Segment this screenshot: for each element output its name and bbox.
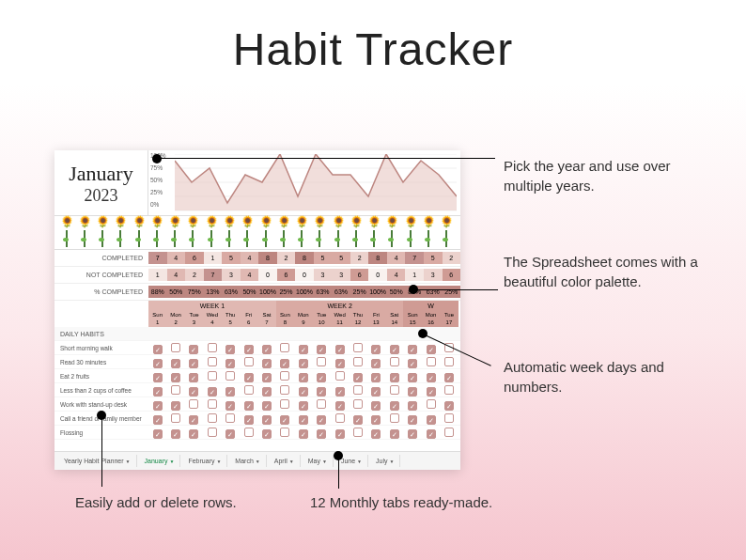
habit-checkbox[interactable]: ✓ [294, 424, 312, 441]
summary-cell[interactable]: 50% [387, 286, 406, 298]
sheet-tab[interactable]: January▼ [139, 455, 181, 467]
habit-checkbox[interactable] [440, 424, 458, 441]
summary-cell[interactable]: 8 [368, 252, 387, 264]
sheet-tab[interactable]: July▼ [370, 455, 400, 467]
sheet-tab[interactable]: February▼ [182, 455, 227, 467]
habit-checkbox[interactable]: ✓ [331, 424, 349, 441]
summary-cell[interactable]: 0 [368, 269, 387, 281]
summary-cell[interactable]: 100% [368, 286, 387, 298]
summary-cell[interactable]: 25% [350, 286, 369, 298]
summary-cell[interactable]: 7 [148, 252, 167, 264]
summary-cell[interactable]: 1 [204, 252, 223, 264]
summary-label: COMPLETED [54, 255, 148, 261]
summary-cell[interactable]: 3 [222, 269, 241, 281]
summary-cell[interactable]: 1 [148, 269, 167, 281]
habit-checkbox[interactable]: ✓ [422, 424, 440, 441]
summary-cell[interactable]: 50% [167, 286, 186, 298]
summary-label: NOT COMPLETED [54, 272, 148, 278]
summary-cell[interactable]: 1 [405, 269, 424, 281]
summary-cell[interactable]: 2 [443, 252, 461, 264]
summary-cell[interactable]: 4 [241, 269, 259, 281]
summary-cell[interactable]: 7 [405, 252, 424, 264]
summary-cell[interactable]: 6 [185, 252, 204, 264]
summary-cell[interactable]: 5 [424, 252, 443, 264]
habit-checkbox[interactable]: ✓ [257, 424, 275, 441]
flower-icon [423, 219, 436, 247]
summary-cell[interactable]: 3 [424, 269, 443, 281]
day-number: 10 [313, 319, 331, 326]
summary-cell[interactable]: 6 [277, 269, 296, 281]
day-name: Wed [331, 311, 349, 319]
day-number: 13 [367, 319, 385, 326]
summary-cell[interactable]: 25% [277, 286, 296, 298]
habit-name[interactable]: Eat 2 fruits [54, 373, 148, 380]
summary-cell[interactable]: 0 [295, 269, 314, 281]
day-number: 3 [185, 319, 203, 326]
summary-cell[interactable]: 63% [332, 286, 350, 298]
habit-checkbox[interactable]: ✓ [166, 424, 184, 441]
summary-cell[interactable]: 2 [277, 252, 296, 264]
habit-name[interactable]: Less than 2 cups of coffee [54, 387, 148, 394]
day-name: Sun [276, 311, 294, 319]
sheet-tab[interactable]: May▼ [303, 455, 334, 467]
habit-name[interactable]: Work with stand-up desk [54, 401, 148, 408]
summary-cell[interactable]: 63% [424, 286, 443, 298]
summary-cell[interactable]: 4 [167, 269, 186, 281]
chevron-down-icon: ▼ [289, 459, 294, 464]
summary-cell[interactable]: 6 [443, 269, 461, 281]
summary-cell[interactable]: 75% [185, 286, 204, 298]
habit-checkbox[interactable]: ✓ [222, 424, 240, 441]
flower-icon [61, 219, 74, 247]
habit-row: Flossing✓✓✓✓✓✓✓✓✓✓✓✓ [54, 426, 460, 440]
summary-cell[interactable]: 63% [314, 286, 333, 298]
summary-cell[interactable]: 100% [258, 286, 277, 298]
summary-cell[interactable]: 8 [295, 252, 314, 264]
summary-cell[interactable]: 8 [258, 252, 277, 264]
summary-cell[interactable]: 4 [387, 269, 406, 281]
summary-cell[interactable]: 63% [222, 286, 241, 298]
habit-checkbox[interactable]: ✓ [403, 424, 421, 441]
summary-cell[interactable]: 100% [295, 286, 314, 298]
day-name: Tue [313, 311, 331, 319]
summary-cell[interactable]: 2 [185, 269, 204, 281]
summary-cell[interactable]: 3 [332, 269, 350, 281]
habit-checkbox[interactable]: ✓ [385, 424, 403, 441]
flower-icon [206, 219, 219, 247]
habit-checkbox[interactable]: ✓ [367, 424, 385, 441]
day-number: 16 [422, 319, 440, 326]
habit-checkbox[interactable] [240, 424, 257, 441]
summary-cell[interactable]: 6 [350, 269, 369, 281]
summary-cell[interactable]: 3 [314, 269, 333, 281]
summary-cell[interactable]: 5 [332, 252, 350, 264]
flower-icon [79, 219, 92, 247]
summary-cell[interactable]: 88% [148, 286, 167, 298]
summary-cell[interactable]: 4 [241, 252, 259, 264]
habit-checkbox[interactable] [349, 424, 366, 441]
habit-checkbox[interactable]: ✓ [185, 424, 203, 441]
spreadsheet: January 2023 100% 75% 50% 25% 0% COMPLET… [54, 150, 460, 470]
summary-cell[interactable]: 5 [222, 252, 241, 264]
summary-cell[interactable]: 2 [350, 252, 369, 264]
summary-cell[interactable]: 7 [204, 269, 223, 281]
summary-cell[interactable]: 25% [443, 286, 461, 298]
month-year-cell[interactable]: January 2023 [54, 150, 148, 215]
sheet-tab[interactable]: April▼ [269, 455, 301, 467]
summary-cell[interactable]: 0 [258, 269, 277, 281]
habit-name[interactable]: Short morning walk [54, 345, 148, 351]
callout-rows: Easily add or delete rows. [75, 492, 244, 512]
day-number: 5 [222, 319, 240, 326]
habit-name[interactable]: Read 30 minutes [54, 359, 148, 366]
habit-checkbox[interactable] [276, 424, 294, 441]
habit-checkbox[interactable] [203, 424, 221, 441]
chevron-down-icon: ▼ [390, 459, 395, 464]
summary-cell[interactable]: 4 [387, 252, 406, 264]
habit-checkbox[interactable]: ✓ [148, 424, 166, 441]
habit-checkbox[interactable]: ✓ [313, 424, 331, 441]
day-name: Sun [148, 311, 166, 319]
summary-cell[interactable]: 50% [241, 286, 259, 298]
summary-cell[interactable]: 4 [167, 252, 186, 264]
sheet-tab[interactable]: Yearly Habit Planner▼ [58, 455, 137, 467]
summary-cell[interactable]: 5 [314, 252, 333, 264]
sheet-tab[interactable]: March▼ [229, 455, 266, 467]
summary-cell[interactable]: 13% [204, 286, 223, 298]
